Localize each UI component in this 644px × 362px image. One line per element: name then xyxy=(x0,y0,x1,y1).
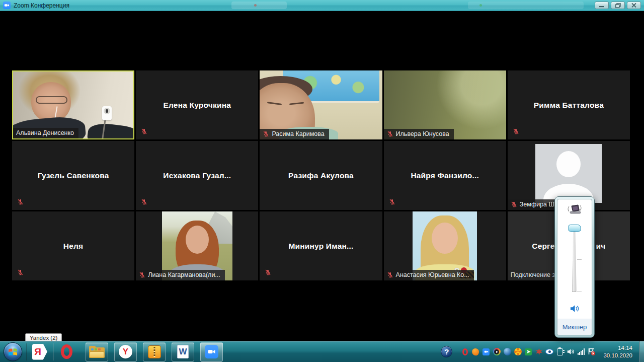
minimize-icon xyxy=(599,3,604,8)
participant-name-label: Ильвера Юнусова xyxy=(384,129,454,139)
muted-mic-icon xyxy=(265,269,271,276)
taskbar-clock[interactable]: 14:14 30.10.2020 xyxy=(603,344,632,359)
background-dot xyxy=(254,4,257,7)
participant-name: Неля xyxy=(12,211,134,280)
restore-button[interactable] xyxy=(611,2,625,9)
taskbar-word-button[interactable]: W xyxy=(172,342,194,361)
avatar xyxy=(535,144,602,203)
participant-tile[interactable]: Исхакова Гузал... xyxy=(136,141,258,210)
word-icon: W xyxy=(177,345,189,358)
taskbar-opera[interactable] xyxy=(53,342,79,362)
participant-grid: Альвина Денисенко Елена Курочкина xyxy=(12,70,630,280)
participant-tile-video[interactable]: Ильвера Юнусова xyxy=(384,70,506,139)
speaker-icon xyxy=(567,348,575,355)
volume-slider[interactable] xyxy=(557,222,592,298)
windows-logo-icon xyxy=(8,347,18,356)
laptop-speaker-device-icon xyxy=(566,203,583,219)
minimize-button[interactable] xyxy=(595,2,609,9)
network-signal-tray-icon[interactable] xyxy=(577,348,585,356)
taskbar-yandex-app[interactable]: Я xyxy=(27,342,53,362)
yandex-letter: Я xyxy=(34,346,41,357)
speaker-icon xyxy=(570,305,580,313)
action-center-flag-tray-icon[interactable] xyxy=(588,348,596,356)
muted-mic-icon xyxy=(513,128,519,135)
window-title: Zoom Конференция xyxy=(14,2,69,9)
participant-tile-photo[interactable]: 9 Анастасия Юрьевна Ко... xyxy=(384,211,506,280)
volume-slider-track[interactable] xyxy=(572,227,577,292)
yandex-icon: Я xyxy=(32,344,47,360)
muted-mic-icon xyxy=(387,272,393,278)
muted-mic-icon xyxy=(139,272,145,278)
taskbar-yandex-browser-button[interactable]: Y xyxy=(114,342,137,361)
flower-app-tray-icon[interactable] xyxy=(514,348,522,356)
muted-mic-icon xyxy=(141,199,147,205)
taskbar-zoom-button-active[interactable] xyxy=(200,342,223,361)
participant-tile[interactable]: Разифа Акулова xyxy=(260,141,382,210)
participant-name-fragment: ич xyxy=(596,242,606,251)
participant-tile-photo[interactable]: Лиана Кагарманова(ли... xyxy=(136,211,258,280)
participant-name: Ильвера Юнусова xyxy=(396,130,449,137)
participant-name: Альвина Денисенко xyxy=(16,129,74,136)
participant-name: Мининур Иман... xyxy=(260,211,382,280)
zoom-tray-icon[interactable] xyxy=(482,348,490,356)
background-dot xyxy=(479,4,482,7)
participant-name-label: Анастасия Юрьевна Ко... xyxy=(384,270,474,280)
participant-name-fragment: Серге xyxy=(532,242,554,251)
restore-icon xyxy=(615,3,621,8)
avast-tray-icon[interactable] xyxy=(471,348,479,356)
video-art xyxy=(102,106,112,120)
photo-art xyxy=(186,226,209,254)
background-window-glow xyxy=(468,2,584,9)
winzip-icon xyxy=(148,345,161,358)
photo-art xyxy=(432,223,458,254)
muted-mic-icon xyxy=(389,199,395,205)
muted-mic-icon xyxy=(141,128,147,135)
participant-name: Разифа Акулова xyxy=(260,141,382,210)
arrow-glyph: ➤ xyxy=(526,348,531,355)
participant-tile[interactable]: Гузель Савенкова xyxy=(12,141,134,210)
green-arrow-app-tray-icon[interactable]: ➤ xyxy=(524,348,532,356)
help-tray-icon[interactable]: ? xyxy=(441,346,452,357)
participant-tile[interactable]: Римма Батталова xyxy=(508,70,630,139)
speaker-tray-icon[interactable] xyxy=(567,348,575,356)
mixer-link[interactable]: Микшер xyxy=(557,319,592,335)
video-art xyxy=(36,96,67,104)
eye-app-tray-icon[interactable] xyxy=(545,348,553,356)
meeting-gallery-view: Альвина Денисенко Елена Курочкина xyxy=(0,11,644,341)
zoom-conference-window: Zoom Конференция xyxy=(0,0,644,362)
participant-tile-video[interactable]: Альвина Денисенко xyxy=(12,70,134,139)
muted-mic-icon xyxy=(17,199,24,205)
participant-name: Гузель Савенкова xyxy=(12,141,134,210)
clock-time: 14:14 xyxy=(603,344,632,352)
participant-name: Римма Батталова xyxy=(508,70,630,139)
zoom-camera-icon xyxy=(205,345,218,358)
participant-tile[interactable]: Мининур Иман... xyxy=(260,211,382,280)
clipboard-plug-tray-icon[interactable] xyxy=(556,348,564,356)
participant-name: Расима Каримова xyxy=(272,130,324,137)
start-button[interactable] xyxy=(4,342,22,361)
taskbar-explorer-button[interactable] xyxy=(86,342,108,361)
show-desktop-button[interactable] xyxy=(639,341,644,362)
yandex-browser-icon: Y xyxy=(119,345,132,358)
participant-name: Исхакова Гузал... xyxy=(136,141,258,210)
volume-slider-thumb[interactable] xyxy=(569,225,581,232)
participant-tile[interactable]: Неля xyxy=(12,211,134,280)
windows-taskbar: Я Y W ? xyxy=(0,341,644,362)
avatar-silhouette-head xyxy=(556,151,581,177)
participant-tile[interactable]: Елена Курочкина xyxy=(136,70,258,139)
taskbar-winzip-button[interactable] xyxy=(143,342,166,361)
participant-name: Лиана Кагарманова(ли... xyxy=(148,271,220,278)
network-sphere-tray-icon[interactable] xyxy=(503,348,511,356)
background-window-glow xyxy=(231,2,287,9)
splat-app-tray-icon[interactable] xyxy=(535,348,543,356)
system-tray: ? ➤ xyxy=(441,341,644,362)
opera-tray-icon[interactable] xyxy=(461,348,469,356)
media-player-tray-icon[interactable] xyxy=(493,348,501,356)
close-button[interactable] xyxy=(627,2,641,9)
speaker-mute-button[interactable] xyxy=(570,302,580,315)
participant-tile-video[interactable]: Расима Каримова xyxy=(260,70,382,139)
clock-date: 30.10.2020 xyxy=(603,352,632,359)
participant-tile[interactable]: Найря Фанзило... xyxy=(384,141,506,210)
folder-icon xyxy=(89,346,105,358)
muted-mic-icon xyxy=(17,269,24,276)
